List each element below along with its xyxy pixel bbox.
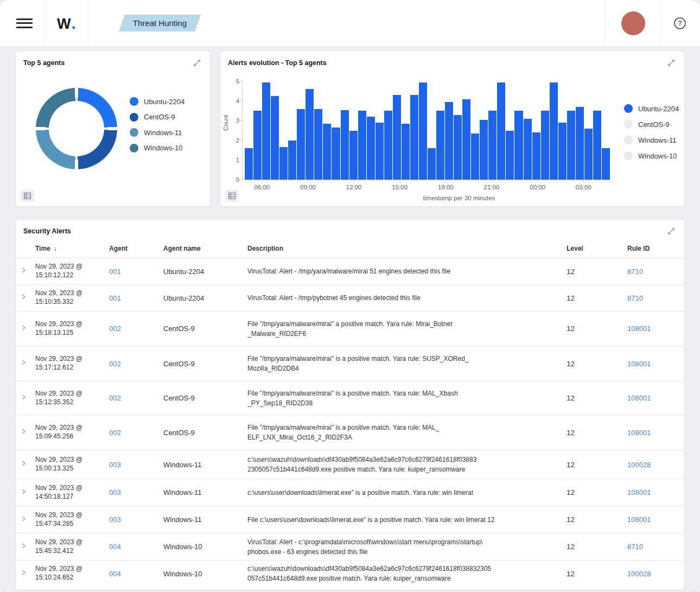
cell-rule-id-link[interactable]: 108001 — [612, 360, 684, 368]
cell-rule-id-link[interactable]: 100028 — [612, 461, 684, 469]
bar[interactable] — [271, 96, 279, 180]
legend-item-ubuntu-2204[interactable]: Ubuntu-2204 — [130, 97, 184, 106]
legend-item-windows-10[interactable]: Windows-10 — [624, 151, 679, 160]
bar[interactable] — [428, 148, 436, 180]
help-icon[interactable]: ? — [674, 17, 686, 29]
bar[interactable] — [506, 131, 514, 180]
cell-rule-id-link[interactable]: 8710 — [612, 543, 684, 551]
bar[interactable] — [602, 148, 610, 180]
tab-threat-hunting[interactable]: Threat Hunting — [119, 15, 201, 31]
cell-rule-id-link[interactable]: 100028 — [612, 570, 684, 578]
row-expand-chevron-icon[interactable] — [20, 265, 31, 276]
bar[interactable] — [488, 111, 497, 180]
cell-agent-link[interactable]: 002 — [109, 360, 163, 368]
bar[interactable] — [567, 111, 575, 180]
legend-item-centos-9[interactable]: CentOS-9 — [130, 113, 184, 122]
legend-item-ubuntu-2204[interactable]: Ubuntu-2204 — [624, 104, 679, 113]
bar[interactable] — [471, 133, 479, 180]
row-expand-chevron-icon[interactable] — [20, 322, 31, 333]
cell-rule-id-link[interactable]: 8710 — [612, 268, 684, 276]
cell-rule-id-link[interactable]: 108001 — [612, 394, 684, 402]
expand-icon[interactable] — [667, 226, 678, 237]
hamburger-menu-icon[interactable] — [16, 17, 33, 29]
column-header-agent-name[interactable]: Agent name — [163, 245, 247, 252]
cell-agent-link[interactable]: 001 — [109, 268, 163, 276]
bar[interactable] — [349, 131, 358, 180]
column-header-description[interactable]: Description — [247, 245, 551, 252]
row-expand-chevron-icon[interactable] — [20, 291, 31, 302]
column-header-level[interactable]: Level — [551, 245, 612, 252]
bar[interactable] — [584, 129, 593, 180]
cell-agent-link[interactable]: 002 — [109, 429, 163, 437]
column-header-agent[interactable]: Agent — [109, 245, 163, 252]
bar[interactable] — [454, 115, 462, 180]
row-expand-chevron-icon[interactable] — [20, 567, 31, 578]
column-header-time[interactable]: Time ↓ — [35, 245, 109, 252]
bar[interactable] — [419, 82, 427, 180]
expand-icon[interactable] — [193, 58, 203, 68]
legend-item-windows-11[interactable]: Windows-11 — [130, 128, 184, 137]
legend-item-windows-10[interactable]: Windows-10 — [130, 144, 184, 152]
expand-icon[interactable] — [667, 58, 678, 68]
bar[interactable] — [593, 111, 601, 180]
bar[interactable] — [279, 147, 288, 180]
bar[interactable] — [532, 132, 540, 180]
bar[interactable] — [314, 109, 322, 180]
cell-agent-link[interactable]: 002 — [109, 394, 163, 402]
bar[interactable] — [358, 111, 366, 180]
column-header-rule-id[interactable]: Rule ID — [612, 245, 684, 252]
legend-item-centos-9[interactable]: CentOS-9 — [624, 120, 679, 129]
cell-rule-id-link[interactable]: 108001 — [612, 429, 684, 437]
legend-item-windows-11[interactable]: Windows-11 — [624, 136, 679, 144]
bar[interactable] — [367, 117, 375, 180]
bar[interactable] — [410, 95, 418, 180]
bar[interactable] — [393, 95, 401, 180]
bar[interactable] — [576, 107, 584, 180]
bar[interactable] — [462, 99, 470, 180]
bar[interactable] — [341, 110, 349, 180]
bar[interactable] — [253, 111, 262, 180]
bar[interactable] — [558, 123, 567, 180]
cell-rule-id-link[interactable]: 108001 — [612, 324, 684, 333]
cell-agent-link[interactable]: 002 — [109, 324, 163, 333]
bar[interactable] — [402, 124, 410, 180]
donut-chart[interactable] — [36, 88, 117, 169]
row-expand-chevron-icon[interactable] — [20, 540, 31, 551]
bar[interactable] — [297, 109, 305, 180]
row-expand-chevron-icon[interactable] — [20, 486, 31, 497]
bar[interactable] — [497, 82, 505, 180]
inspect-table-icon[interactable] — [225, 190, 239, 202]
wazuh-logo[interactable]: W. — [57, 14, 76, 33]
cell-rule-id-link[interactable]: 108001 — [612, 515, 684, 524]
row-expand-chevron-icon[interactable] — [20, 357, 31, 368]
cell-agent-link[interactable]: 004 — [109, 570, 163, 578]
bar[interactable] — [445, 102, 453, 180]
cell-agent-link[interactable]: 001 — [109, 294, 163, 302]
bar[interactable] — [332, 128, 340, 180]
bar[interactable] — [480, 120, 488, 180]
row-expand-chevron-icon[interactable] — [20, 513, 31, 524]
bar[interactable] — [288, 141, 296, 180]
bar[interactable] — [541, 111, 549, 180]
bar[interactable] — [262, 82, 270, 180]
bar[interactable] — [436, 111, 444, 180]
bar[interactable] — [550, 82, 558, 180]
bar-series[interactable] — [245, 81, 610, 180]
row-expand-chevron-icon[interactable] — [20, 392, 31, 403]
cell-agent-link[interactable]: 003 — [109, 461, 163, 469]
bar[interactable] — [245, 148, 253, 180]
sort-desc-icon[interactable]: ↓ — [54, 245, 57, 252]
cell-agent-link[interactable]: 003 — [109, 515, 163, 524]
bar[interactable] — [384, 111, 392, 180]
cell-agent-link[interactable]: 004 — [109, 543, 163, 551]
row-expand-chevron-icon[interactable] — [20, 458, 31, 469]
bar[interactable] — [323, 124, 331, 180]
avatar[interactable] — [621, 11, 645, 35]
cell-rule-id-link[interactable]: 108001 — [612, 488, 684, 496]
bar[interactable] — [306, 89, 314, 180]
inspect-table-icon[interactable] — [21, 190, 34, 202]
bar[interactable] — [524, 119, 532, 180]
bar[interactable] — [514, 111, 523, 180]
cell-agent-link[interactable]: 003 — [109, 488, 163, 496]
bar[interactable] — [376, 123, 384, 180]
